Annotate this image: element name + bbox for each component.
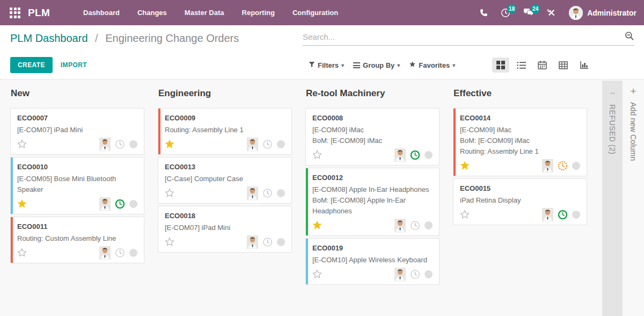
breadcrumb-parent-link[interactable]: PLM Dashboard — [10, 32, 88, 44]
nav-menu-item[interactable]: Dashboard — [83, 9, 120, 17]
kanban-state-icon[interactable] — [277, 238, 285, 246]
column-title[interactable]: Re-tool Machinery — [306, 88, 453, 99]
nav-menu-item[interactable]: Reporting — [242, 9, 275, 17]
add-new-column-button[interactable]: + Add new Column — [623, 81, 644, 316]
filter-funnel-icon — [309, 61, 315, 69]
assignee-avatar[interactable] — [394, 219, 406, 232]
assignee-avatar[interactable] — [542, 159, 553, 173]
activity-clock-icon[interactable] — [262, 188, 273, 198]
kanban-state-icon[interactable] — [129, 200, 137, 208]
kanban-view-button[interactable] — [492, 58, 509, 73]
column-title[interactable]: New — [11, 88, 158, 99]
assignee-avatar[interactable] — [394, 268, 406, 281]
priority-star-icon[interactable] — [165, 237, 174, 247]
collapsed-column-refused[interactable]: ↔ REFUSED (2) — [602, 81, 623, 316]
kanban-card[interactable]: ECO0008 [E-COM09] iMacBoM: [E-COM09] iMa… — [305, 108, 440, 166]
assignee-avatar[interactable] — [542, 208, 553, 221]
card-description: [E-COM07] iPad Mini — [17, 125, 137, 135]
create-button[interactable]: CREATE — [10, 57, 53, 73]
favorites-dropdown[interactable]: Favorites ▾ — [409, 61, 455, 69]
kanban-card[interactable]: ECO0014 [E-COM09] iMacBoM: [E-COM09] iMa… — [453, 108, 587, 176]
list-view-button[interactable] — [513, 58, 530, 73]
kanban-card[interactable]: ECO0013 [C-Case] Computer Case — [158, 157, 292, 204]
search-icon[interactable] — [625, 31, 634, 43]
user-menu[interactable]: Administrator — [569, 6, 636, 20]
kanban-card[interactable]: ECO0009 Routing: Assembly Line 1 — [158, 108, 292, 155]
pivot-view-button[interactable] — [554, 58, 572, 73]
priority-star-icon[interactable] — [17, 248, 27, 257]
priority-star-icon[interactable] — [312, 150, 322, 160]
kanban-card[interactable]: ECO0011 Routing: Custom Assembly Line — [10, 217, 144, 263]
activity-clock-icon[interactable] — [115, 248, 125, 258]
assignee-avatar[interactable] — [99, 197, 111, 211]
eco-reference: ECO0014 — [460, 114, 580, 122]
kanban-state-icon[interactable] — [572, 211, 580, 219]
kanban-state-icon[interactable] — [425, 151, 433, 159]
card-description: [E-COM08] Apple In-Ear HeadphonesBoM: [E… — [312, 184, 433, 217]
group-by-dropdown[interactable]: Group By ▾ — [353, 61, 400, 69]
kanban-card[interactable]: ECO0012 [E-COM08] Apple In-Ear Headphone… — [305, 168, 440, 236]
assignee-avatar[interactable] — [247, 138, 258, 151]
card-description: [C-Case] Computer Case — [165, 174, 285, 184]
priority-star-icon[interactable] — [460, 161, 470, 170]
column-title[interactable]: Effective — [453, 88, 601, 99]
assignee-avatar[interactable] — [99, 246, 111, 260]
assignee-avatar[interactable] — [99, 138, 111, 151]
kanban-card[interactable]: ECO0018 [E-COM07] iPad Mini — [158, 206, 292, 253]
activity-clock-icon[interactable] — [558, 161, 568, 171]
calendar-view-button[interactable] — [533, 58, 551, 73]
kanban-state-icon[interactable] — [425, 221, 433, 229]
kanban-card[interactable]: ECO0019 [E-COM10] Apple Wireless Keyboar… — [305, 238, 440, 285]
priority-star-icon[interactable] — [17, 199, 27, 209]
app-name[interactable]: PLM — [28, 7, 50, 19]
priority-star-icon[interactable] — [312, 220, 322, 230]
activity-clock-icon[interactable] — [115, 199, 125, 209]
priority-star-icon[interactable] — [17, 139, 27, 149]
activity-clock-icon[interactable] — [262, 139, 273, 149]
card-description: Routing: Assembly Line 1 — [165, 125, 285, 135]
activities-clock-icon[interactable]: 18 — [501, 8, 510, 18]
column-title[interactable]: Engineering — [158, 88, 305, 99]
filters-dropdown[interactable]: Filters ▾ — [309, 61, 344, 69]
eco-reference: ECO0007 — [17, 114, 137, 122]
nav-menu-item[interactable]: Configuration — [292, 9, 338, 17]
tools-icon[interactable] — [547, 8, 556, 17]
phone-icon[interactable] — [479, 9, 488, 17]
activity-clock-icon[interactable] — [558, 210, 568, 220]
messages-icon[interactable]: 24 — [523, 8, 534, 17]
priority-star-icon[interactable] — [165, 188, 174, 198]
activity-clock-icon[interactable] — [262, 237, 273, 247]
eco-reference: ECO0010 — [17, 163, 137, 171]
search-box — [303, 31, 634, 46]
nav-menu-item[interactable]: Master Data — [185, 9, 224, 17]
apps-grid-icon[interactable] — [10, 8, 20, 18]
activity-clock-icon[interactable] — [410, 150, 420, 160]
import-button[interactable]: IMPORT — [61, 61, 87, 69]
kanban-card[interactable]: ECO0010 [E-COM05] Bose Mini Bluetooth Sp… — [10, 157, 144, 214]
view-switcher — [492, 58, 593, 73]
kanban-state-icon[interactable] — [129, 140, 137, 148]
kanban-state-icon[interactable] — [572, 162, 580, 170]
assignee-avatar[interactable] — [394, 148, 406, 162]
control-panel-bottom: CREATE IMPORT Filters ▾ Group By ▾ Favor… — [0, 51, 644, 80]
priority-star-icon[interactable] — [165, 139, 174, 149]
kanban-state-icon[interactable] — [277, 140, 285, 148]
priority-star-icon[interactable] — [460, 210, 470, 219]
activities-badge: 18 — [507, 4, 516, 13]
kanban-card[interactable]: ECO0007 [E-COM07] iPad Mini — [10, 108, 144, 155]
activity-clock-icon[interactable] — [410, 220, 420, 231]
assignee-avatar[interactable] — [247, 186, 258, 200]
kanban-state-icon[interactable] — [425, 270, 433, 278]
search-input[interactable] — [303, 32, 625, 41]
activity-clock-icon[interactable] — [410, 269, 420, 279]
kanban-card[interactable]: ECO0015 iPad Retina Display — [453, 178, 587, 225]
kanban-state-icon[interactable] — [129, 249, 137, 257]
group-by-bars-icon — [353, 62, 360, 68]
assignee-avatar[interactable] — [247, 235, 258, 249]
breadcrumb-current: Engineering Change Orders — [105, 32, 239, 44]
kanban-state-icon[interactable] — [277, 189, 285, 197]
activity-clock-icon[interactable] — [115, 139, 125, 149]
nav-menu-item[interactable]: Changes — [137, 9, 167, 17]
graph-view-button[interactable] — [575, 58, 593, 73]
priority-star-icon[interactable] — [312, 269, 322, 279]
